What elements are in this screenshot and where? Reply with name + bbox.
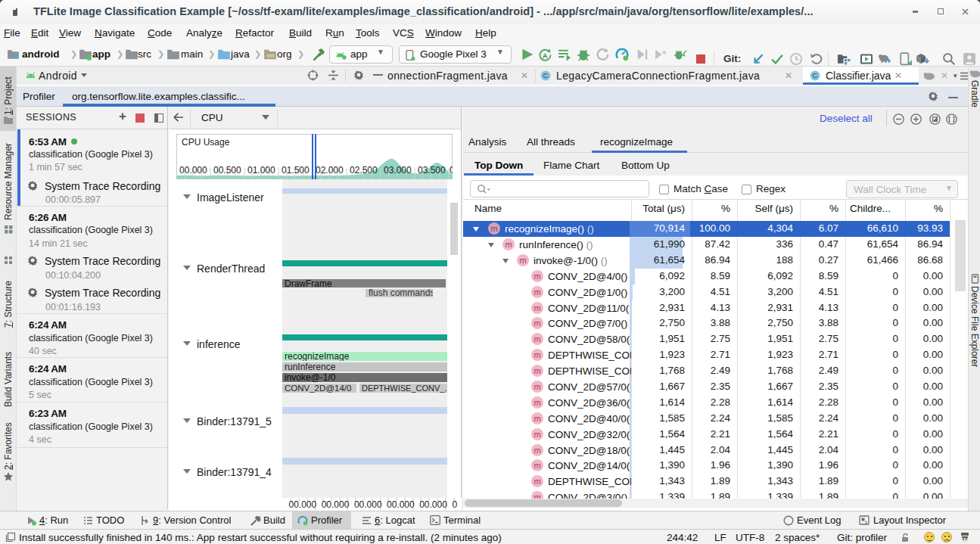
svg-text:02.500: 02.500 [350,165,378,176]
svg-text:C: C [543,71,548,79]
svg-text:00.000: 00.000 [322,499,350,510]
svg-text:01.000: 01.000 [247,165,275,176]
svg-text:00.000: 00.000 [419,499,447,510]
svg-text:CPU Usage: CPU Usage [182,137,230,148]
svg-text:02.000: 02.000 [316,165,344,176]
svg-text:04.0: 04.0 [450,165,453,176]
svg-text:03.500: 03.500 [418,165,446,176]
svg-text:00.000: 00.000 [289,499,317,510]
svg-text:0: 0 [452,499,457,510]
svg-text:A: A [543,52,548,60]
svg-text:00.500: 00.500 [213,165,241,176]
svg-text:C: C [812,71,817,79]
svg-text:01.500: 01.500 [282,165,310,176]
svg-text:00.000: 00.000 [387,499,415,510]
svg-text:00.000: 00.000 [179,165,207,176]
svg-text:03.000: 03.000 [384,165,412,176]
svg-text:00.000: 00.000 [354,499,382,510]
